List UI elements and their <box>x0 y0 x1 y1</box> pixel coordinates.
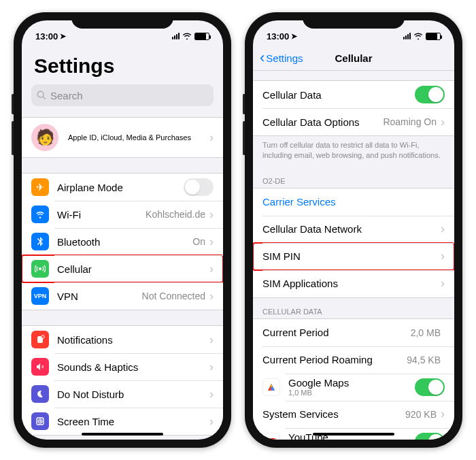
detail-current-period-roaming: 94,5 KB <box>407 355 441 365</box>
detail-system-services: 920 KB <box>405 409 437 420</box>
label-current-period: Current Period <box>262 327 411 338</box>
label-notifications: Notifications <box>57 334 209 346</box>
chevron-right-icon: › <box>209 235 214 249</box>
bluetooth-icon <box>31 233 49 250</box>
row-bluetooth[interactable]: Bluetooth On › <box>22 228 223 255</box>
chevron-right-icon: › <box>209 208 214 222</box>
notifications-icon <box>31 331 49 348</box>
wifi-icon <box>31 206 49 223</box>
label-app-maps: Google Maps <box>288 377 415 389</box>
sub-app-maps: 1,0 MB <box>288 389 415 397</box>
row-carrier-services[interactable]: Carrier Services <box>253 188 454 216</box>
location-icon: ➤ <box>60 32 66 41</box>
row-notifications[interactable]: Notifications › <box>22 326 223 353</box>
carrier-header: O2-DE <box>253 167 454 188</box>
phone-left: 13:00 ➤ Settings Search 🧑 <box>14 12 231 448</box>
location-icon: ➤ <box>291 32 297 41</box>
label-sounds: Sounds & Haptics <box>57 361 209 373</box>
cellular-icon <box>31 260 49 278</box>
home-indicator[interactable] <box>82 433 163 436</box>
apple-id-row[interactable]: 🧑 Apple ID, iCloud, Media & Purchases › <box>22 118 223 157</box>
search-placeholder: Search <box>50 90 83 101</box>
row-sounds[interactable]: Sounds & Haptics › <box>22 353 223 380</box>
google-maps-icon <box>262 378 280 396</box>
cellular-data-footer: Turn off cellular data to restrict all d… <box>253 136 454 167</box>
detail-wifi: Kohlscheid.de <box>146 209 205 220</box>
row-cellular-data[interactable]: Cellular Data <box>253 81 454 108</box>
row-system-services[interactable]: System Services 920 KB › <box>253 401 454 428</box>
chevron-right-icon: › <box>209 262 214 276</box>
dnd-icon <box>31 385 49 403</box>
chevron-right-icon: › <box>209 333 214 347</box>
label-cellular-data-options: Cellular Data Options <box>262 116 383 128</box>
phone-right: 13:00 ➤ ‹ Settings Cellular Cellu <box>245 12 462 448</box>
row-sim-pin[interactable]: SIM PIN › <box>253 243 454 270</box>
chevron-right-icon: › <box>441 222 445 236</box>
row-wifi[interactable]: Wi-Fi Kohlscheid.de › <box>22 201 223 228</box>
screen-cellular: 13:00 ➤ ‹ Settings Cellular Cellu <box>253 20 454 440</box>
status-time: 13:00 <box>35 31 58 42</box>
vpn-icon: VPN <box>31 287 49 305</box>
battery-icon <box>426 33 441 40</box>
label-wifi: Wi-Fi <box>57 209 146 220</box>
row-vpn[interactable]: VPN VPN Not Connected › <box>22 282 223 310</box>
toggle-airplane[interactable] <box>184 178 214 196</box>
row-cellular-data-network[interactable]: Cellular Data Network › <box>253 216 454 243</box>
label-dnd: Do Not Disturb <box>57 389 209 400</box>
row-app-google-maps[interactable]: Google Maps 1,0 MB <box>253 374 454 401</box>
toggle-app-youtube[interactable] <box>415 433 445 440</box>
label-cellular-data: Cellular Data <box>262 89 415 101</box>
label-bluetooth: Bluetooth <box>57 236 192 248</box>
row-screentime[interactable]: Screen Time › <box>22 408 223 435</box>
label-airplane: Airplane Mode <box>57 182 184 193</box>
chevron-right-icon: › <box>441 276 445 291</box>
nav-title: Cellular <box>335 52 372 64</box>
svg-point-7 <box>271 384 273 387</box>
toggle-cellular-data[interactable] <box>415 86 445 103</box>
label-sim-applications: SIM Applications <box>262 278 441 289</box>
youtube-icon <box>262 433 280 440</box>
chevron-right-icon: › <box>209 360 214 374</box>
chevron-right-icon: › <box>209 414 214 429</box>
row-cellular-data-options[interactable]: Cellular Data Options Roaming On › <box>253 108 454 135</box>
row-dnd[interactable]: Do Not Disturb › <box>22 380 223 408</box>
svg-rect-8 <box>267 438 276 440</box>
search-icon <box>37 91 46 100</box>
svg-line-1 <box>43 97 45 99</box>
row-airplane-mode[interactable]: ✈ Airplane Mode <box>22 174 223 201</box>
home-indicator[interactable] <box>313 433 394 436</box>
wifi-status-icon <box>182 31 192 42</box>
back-button[interactable]: ‹ Settings <box>260 50 303 65</box>
chevron-right-icon: › <box>441 407 445 421</box>
row-current-period-roaming[interactable]: Current Period Roaming 94,5 KB <box>253 346 454 374</box>
label-sim-pin: SIM PIN <box>262 250 441 262</box>
chevron-right-icon: › <box>209 289 214 303</box>
search-input[interactable]: Search <box>31 84 214 106</box>
label-screentime: Screen Time <box>57 416 209 427</box>
chevron-right-icon: › <box>441 249 445 263</box>
cellular-signal-icon <box>172 33 180 39</box>
battery-icon <box>194 33 209 40</box>
avatar: 🧑 <box>31 124 58 151</box>
chevron-right-icon: › <box>209 387 214 401</box>
row-sim-applications[interactable]: SIM Applications › <box>253 270 454 297</box>
wifi-status-icon <box>413 31 423 42</box>
detail-bluetooth: On <box>192 236 205 247</box>
label-system-services: System Services <box>262 408 405 420</box>
svg-point-3 <box>41 335 44 338</box>
airplane-icon: ✈ <box>31 178 49 196</box>
cellular-signal-icon <box>403 33 411 39</box>
screentime-icon <box>31 412 49 430</box>
detail-vpn: Not Connected <box>142 291 205 301</box>
label-cellular: Cellular <box>57 263 209 275</box>
label-vpn: VPN <box>57 291 142 302</box>
row-current-period[interactable]: Current Period 2,0 MB <box>253 319 454 346</box>
chevron-right-icon: › <box>209 131 214 145</box>
toggle-app-maps[interactable] <box>415 378 445 396</box>
detail-current-period: 2,0 MB <box>411 327 441 338</box>
chevron-right-icon: › <box>441 115 445 129</box>
cellular-data-header: CELLULAR DATA <box>253 298 454 318</box>
chevron-left-icon: ‹ <box>260 50 265 65</box>
label-current-period-roaming: Current Period Roaming <box>262 354 407 365</box>
row-cellular[interactable]: Cellular › <box>22 255 223 282</box>
